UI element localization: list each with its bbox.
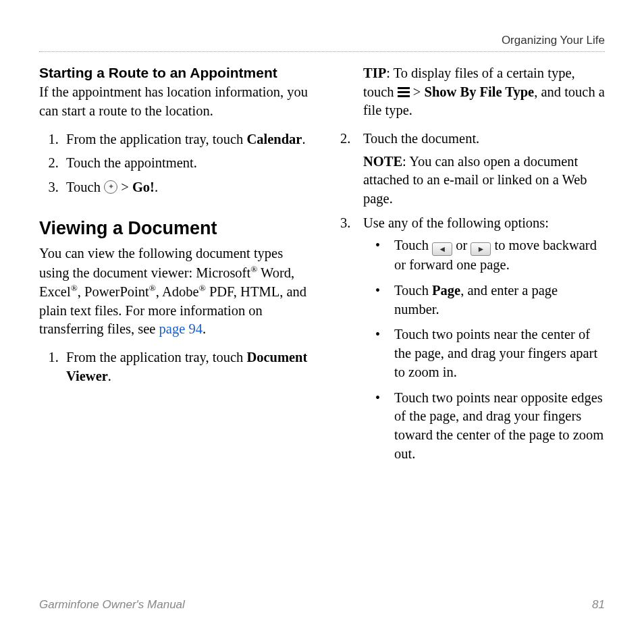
list-item: Touch > Go!. — [62, 178, 308, 197]
page-link[interactable]: page 94 — [159, 321, 203, 336]
list-item: Touch two points near opposite edges of … — [375, 389, 605, 464]
list-item: From the application tray, touch Calenda… — [62, 130, 308, 149]
list-item: From the application tray, touch Documen… — [62, 348, 308, 385]
content-columns: Starting a Route to an Appointment If th… — [39, 64, 605, 470]
back-arrow-icon: ◄ — [432, 242, 452, 256]
section-heading: Starting a Route to an Appointment — [39, 64, 308, 82]
manual-page: Organizing Your Life Starting a Route to… — [0, 0, 644, 644]
tip-block: TIP: To display files of a certain type,… — [336, 64, 605, 120]
ordered-list: From the application tray, touch Documen… — [39, 348, 308, 385]
list-item: Touch two points near the center of the … — [375, 325, 605, 381]
bullet-list: Touch ◄ or ► to move backward or forward… — [363, 236, 605, 463]
ordered-list: From the application tray, touch Calenda… — [39, 130, 308, 197]
menu-icon — [398, 87, 410, 98]
list-item: Touch ◄ or ► to move backward or forward… — [375, 236, 605, 275]
list-item: Use any of the following options: Touch … — [359, 214, 605, 463]
chapter-title: Organizing Your Life — [502, 34, 605, 47]
list-item: Touch the appointment. — [62, 154, 308, 173]
book-title: Garminfone Owner's Manual — [39, 598, 185, 612]
page-number: 81 — [592, 598, 605, 612]
section-heading: Viewing a Document — [39, 216, 308, 240]
forward-arrow-icon: ► — [471, 242, 491, 256]
list-item: Touch Page, and enter a page number. — [375, 281, 605, 319]
page-header: Organizing Your Life — [39, 34, 605, 52]
body-text: If the appointment has location informat… — [39, 83, 308, 120]
page-footer: Garminfone Owner's Manual 81 — [39, 598, 605, 612]
body-text: You can view the following document type… — [39, 244, 308, 339]
right-column: TIP: To display files of a certain type,… — [336, 64, 605, 470]
list-item: Touch the document. NOTE: You can also o… — [359, 130, 605, 209]
ordered-list: Touch the document. NOTE: You can also o… — [336, 130, 605, 463]
route-icon — [104, 180, 117, 194]
left-column: Starting a Route to an Appointment If th… — [39, 64, 308, 470]
note-block: NOTE: You can also open a document attac… — [363, 153, 605, 209]
